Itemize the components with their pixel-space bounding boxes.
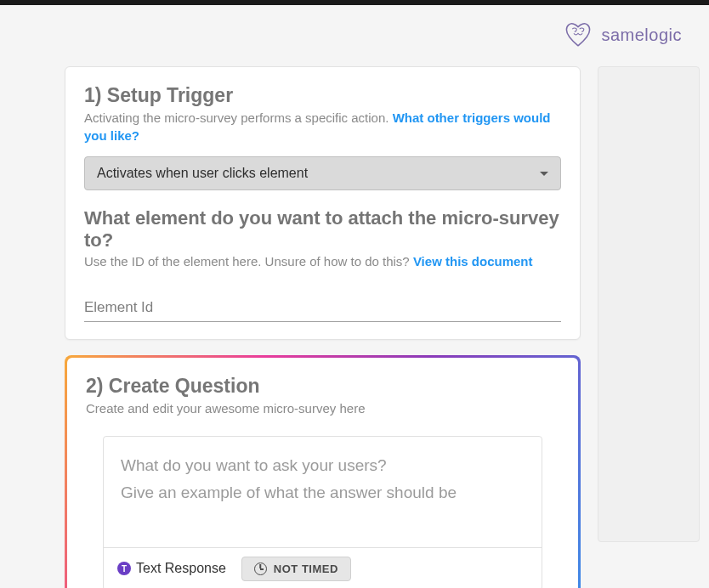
element-description: Use the ID of the element here. Unsure o… — [84, 252, 561, 270]
element-id-input[interactable] — [84, 294, 561, 322]
response-type-label: Text Response — [136, 561, 226, 576]
content-row: 1) Setup Trigger Activating the micro-su… — [0, 66, 709, 588]
step1-title: 1) Setup Trigger — [84, 84, 561, 107]
timed-label: NOT TIMED — [274, 563, 338, 575]
setup-trigger-card: 1) Setup Trigger Activating the micro-su… — [65, 66, 581, 340]
question-editor: T Text Response NOT TIMED — [103, 436, 542, 588]
create-question-inner: 2) Create Question Create and edit your … — [67, 358, 578, 588]
text-type-icon: T — [117, 562, 131, 575]
view-document-link[interactable]: View this document — [413, 254, 533, 269]
question-footer: T Text Response NOT TIMED — [104, 547, 542, 588]
step1-description: Activating the micro-survey performs a s… — [84, 109, 561, 144]
brand-logo: samelogic — [564, 20, 682, 49]
main-column: 1) Setup Trigger Activating the micro-su… — [65, 66, 581, 588]
header: samelogic — [0, 5, 709, 56]
answer-hint-input[interactable] — [121, 479, 525, 506]
question-body — [104, 437, 542, 547]
heart-brain-icon — [564, 20, 593, 49]
element-desc-text: Use the ID of the element here. Unsure o… — [84, 254, 413, 269]
trigger-dropdown[interactable]: Activates when user clicks element — [84, 156, 561, 190]
brand-name: samelogic — [601, 25, 682, 45]
response-type[interactable]: T Text Response — [117, 561, 226, 576]
side-panel — [598, 66, 700, 542]
clock-icon — [254, 563, 267, 575]
step2-description: Create and edit your awesome micro-surve… — [86, 399, 559, 417]
step2-title: 2) Create Question — [86, 375, 559, 398]
question-text-input[interactable] — [121, 452, 525, 479]
create-question-card: 2) Create Question Create and edit your … — [65, 355, 581, 588]
timed-toggle-button[interactable]: NOT TIMED — [241, 557, 351, 581]
trigger-dropdown-label: Activates when user clicks element — [97, 166, 308, 181]
element-header: What element do you want to attach the m… — [84, 207, 561, 252]
chevron-down-icon — [540, 172, 548, 176]
step1-desc-text: Activating the micro-survey performs a s… — [84, 110, 393, 125]
